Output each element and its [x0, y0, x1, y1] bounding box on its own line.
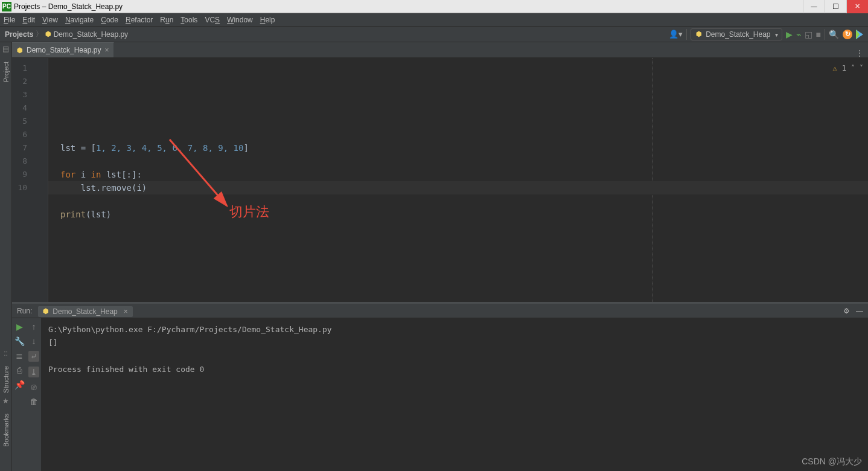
- run-tab-label: Demo_Statck_Heap: [53, 307, 117, 316]
- project-toolwindow-icon[interactable]: ▤: [2, 45, 9, 53]
- menu-window[interactable]: Window: [227, 16, 253, 24]
- up-icon[interactable]: ↑: [32, 322, 36, 332]
- run-tool-window: Run: ⬢ Demo_Statck_Heap × ⚙ — ▶ 🔧 ≣ ⎙: [12, 303, 868, 471]
- stop-button[interactable]: ■: [816, 30, 821, 39]
- breadcrumb-root[interactable]: Projects: [5, 30, 33, 39]
- close-tab-icon[interactable]: ×: [104, 46, 109, 54]
- menu-navigate[interactable]: Navigate: [65, 16, 94, 24]
- watermark: CSDN @冯大少: [802, 457, 862, 467]
- editor-tab-label: Demo_Statck_Heap.py: [27, 46, 101, 54]
- run-label: Run:: [17, 307, 32, 315]
- run-button[interactable]: ▶: [786, 30, 793, 39]
- breadcrumb: Projects 〉 ⬢ Demo_Statck_Heap.py: [5, 29, 128, 39]
- run-toolbar: ▶ 🔧 ≣ ⎙ 📌 ↑ ↓ ⤶ ⤓ ⎚ 🗑: [12, 318, 41, 471]
- close-run-tab-icon[interactable]: ×: [124, 307, 128, 316]
- pin-icon[interactable]: 📌: [14, 380, 25, 389]
- warning-icon: ⚠: [833, 62, 837, 75]
- annotation-text: 切片法: [229, 205, 269, 219]
- chevron-down-icon[interactable]: ˅: [860, 62, 863, 75]
- python-file-icon: ⬢: [45, 30, 51, 38]
- bookmarks-toolwindow-label[interactable]: Bookmarks: [2, 414, 10, 447]
- code-area[interactable]: ⚠ 1 ˄ ˅ lst = [1, 2, 3, 4, 5, 6, 7, 8, 9…: [48, 58, 868, 302]
- svg-line-0: [170, 139, 227, 206]
- menu-refactor[interactable]: Refactor: [126, 16, 153, 24]
- python-icon: ⬢: [43, 307, 49, 315]
- code-with-me-icon[interactable]: 👤▾: [669, 30, 683, 39]
- editor-tabs: ⬢ Demo_Statck_Heap.py × ⋮: [12, 42, 868, 58]
- window-close-button[interactable]: [846, 0, 868, 13]
- structure-toolwindow-label[interactable]: Structure: [2, 366, 10, 393]
- scroll-end-icon[interactable]: ⤓: [28, 367, 39, 377]
- window-titlebar: PC Projects – Demo_Statck_Heap.py: [0, 0, 868, 13]
- ide-update-icon[interactable]: ↻: [843, 30, 852, 39]
- console-output[interactable]: G:\Python\python.exe F:/Pycharm/Projects…: [41, 318, 868, 471]
- run-configuration-select[interactable]: ⬢ Demo_Statck_Heap ▾: [691, 28, 782, 40]
- run-tab[interactable]: ⬢ Demo_Statck_Heap ×: [38, 306, 132, 317]
- search-icon[interactable]: 🔍: [829, 30, 839, 39]
- window-minimize-button[interactable]: [803, 0, 825, 13]
- trash-icon[interactable]: 🗑: [30, 397, 38, 406]
- menu-run[interactable]: Run: [160, 16, 173, 24]
- coverage-button[interactable]: ◱: [805, 30, 812, 39]
- structure-toolwindow-icon[interactable]: ::: [4, 349, 8, 357]
- project-toolwindow-label[interactable]: Project: [2, 62, 10, 82]
- chevron-down-icon: ▾: [775, 31, 778, 37]
- code-editor[interactable]: 1 2 3 4 5 6 7 8 9 10 ⚠ 1 ˄ ˅: [12, 58, 868, 303]
- left-tool-stripe: ▤ Project :: Structure ★ Bookmarks: [0, 42, 12, 471]
- menu-vcs[interactable]: VCS: [205, 16, 220, 24]
- menu-file[interactable]: File: [4, 16, 15, 24]
- navigation-bar: Projects 〉 ⬢ Demo_Statck_Heap.py 👤▾ ⬢ De…: [0, 27, 868, 42]
- filter-icon[interactable]: ⎚: [31, 382, 36, 392]
- annotation-arrow: [167, 136, 239, 221]
- inspection-widget[interactable]: ⚠ 1 ˄ ˅: [833, 62, 863, 75]
- editor-tab-demo[interactable]: ⬢ Demo_Statck_Heap.py ×: [12, 42, 114, 57]
- chevron-up-icon[interactable]: ˄: [851, 62, 855, 75]
- python-icon: ⬢: [696, 30, 702, 38]
- app-icon: PC: [2, 2, 11, 11]
- editor-more-icon[interactable]: ⋮: [851, 49, 868, 57]
- warning-count: 1: [842, 62, 846, 75]
- menu-tools[interactable]: Tools: [180, 16, 197, 24]
- main-menu: File Edit View Navigate Code Refactor Ru…: [0, 13, 868, 27]
- bookmarks-toolwindow-icon[interactable]: ★: [2, 397, 9, 405]
- window-title: Projects – Demo_Statck_Heap.py: [14, 2, 123, 11]
- menu-edit[interactable]: Edit: [22, 16, 35, 24]
- debug-button[interactable]: ⌁: [796, 30, 801, 39]
- python-file-icon: ⬢: [17, 46, 23, 54]
- menu-code[interactable]: Code: [101, 16, 118, 24]
- stack-icon[interactable]: ≣: [16, 351, 23, 360]
- menu-help[interactable]: Help: [260, 16, 275, 24]
- editor-gutter: 1 2 3 4 5 6 7 8 9 10: [12, 58, 48, 302]
- window-maximize-button[interactable]: [825, 0, 846, 13]
- softwrap-icon[interactable]: ⤶: [28, 351, 39, 362]
- down-icon[interactable]: ↓: [32, 336, 36, 346]
- print-icon[interactable]: ⎙: [17, 365, 22, 375]
- wrench-icon[interactable]: 🔧: [14, 336, 25, 346]
- run-config-name: Demo_Statck_Heap: [706, 30, 770, 39]
- rerun-icon[interactable]: ▶: [16, 322, 23, 332]
- menu-view[interactable]: View: [42, 16, 58, 24]
- toolbox-icon[interactable]: [856, 30, 863, 39]
- breadcrumb-file[interactable]: Demo_Statck_Heap.py: [54, 30, 128, 39]
